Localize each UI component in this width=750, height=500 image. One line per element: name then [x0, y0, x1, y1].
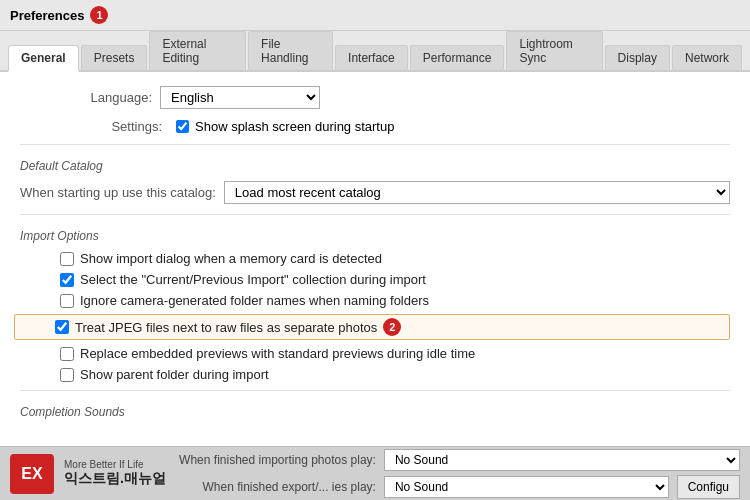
catalog-label: When starting up use this catalog: [20, 185, 224, 200]
bottom-bar: EX More Better If Life 익스트림.매뉴얼 When fin… [0, 446, 750, 500]
title-bar: Preferences 1 [0, 0, 750, 31]
title-badge: 1 [90, 6, 108, 24]
import-option-1: Show import dialog when a memory card is… [20, 251, 730, 266]
divider-3 [20, 390, 730, 391]
completion-select-1[interactable]: No Sound [384, 449, 740, 471]
logo-text: More Better If Life 익스트림.매뉴얼 [64, 459, 166, 488]
tab-performance[interactable]: Performance [410, 45, 505, 70]
config-button[interactable]: Configu [677, 475, 740, 499]
settings-label: Settings: [40, 119, 170, 134]
import-label-6: Show parent folder during import [80, 367, 269, 382]
import-checkbox-4[interactable] [55, 320, 69, 334]
import-option-3: Ignore camera-generated folder names whe… [20, 293, 730, 308]
language-row: Language: English Korean Japanese French… [20, 86, 730, 109]
import-label-1: Show import dialog when a memory card is… [80, 251, 382, 266]
import-checkbox-6[interactable] [60, 368, 74, 382]
logo-sub: More Better If Life [64, 459, 166, 470]
completion-field-1: When finished importing photos play: No … [176, 449, 740, 471]
divider-2 [20, 214, 730, 215]
tab-display[interactable]: Display [605, 45, 670, 70]
catalog-row: When starting up use this catalog: Load … [20, 181, 730, 204]
import-option-4: Treat JPEG files next to raw files as se… [14, 314, 730, 340]
import-checkbox-2[interactable] [60, 273, 74, 287]
tab-external-editing[interactable]: External Editing [149, 31, 246, 70]
import-checkbox-1[interactable] [60, 252, 74, 266]
import-label-4: Treat JPEG files next to raw files as se… [75, 320, 377, 335]
import-label-5: Replace embedded previews with standard … [80, 346, 475, 361]
import-option-5: Replace embedded previews with standard … [20, 346, 730, 361]
completion-sounds-title: Completion Sounds [20, 405, 730, 419]
language-select[interactable]: English Korean Japanese French German [160, 86, 320, 109]
tab-network[interactable]: Network [672, 45, 742, 70]
default-catalog-title: Default Catalog [20, 159, 730, 173]
completion-label-2: When finished export/... ies play: [176, 480, 376, 494]
splash-screen-label: Show splash screen during startup [195, 119, 394, 134]
import-option-6: Show parent folder during import [20, 367, 730, 382]
tab-general[interactable]: General [8, 45, 79, 72]
import-option-2: Select the "Current/Previous Import" col… [20, 272, 730, 287]
import-checkbox-5[interactable] [60, 347, 74, 361]
tab-interface[interactable]: Interface [335, 45, 408, 70]
title-text: Preferences [10, 8, 84, 23]
import-label-2: Select the "Current/Previous Import" col… [80, 272, 426, 287]
settings-row: Settings: Show splash screen during star… [20, 119, 730, 134]
completion-label-1: When finished importing photos play: [176, 453, 376, 467]
completion-select-2[interactable]: No Sound [384, 476, 669, 498]
language-label: Language: [20, 90, 160, 105]
import-options-title: Import Options [20, 229, 730, 243]
completion-fields: When finished importing photos play: No … [176, 449, 740, 499]
logo-icon: EX [10, 454, 54, 494]
tab-presets[interactable]: Presets [81, 45, 148, 70]
catalog-select[interactable]: Load most recent catalog Prompt me when … [224, 181, 730, 204]
splash-screen-checkbox[interactable] [176, 120, 189, 133]
import-label-3: Ignore camera-generated folder names whe… [80, 293, 429, 308]
tab-lightroom-sync[interactable]: Lightroom Sync [506, 31, 602, 70]
divider-1 [20, 144, 730, 145]
tab-file-handling[interactable]: File Handling [248, 31, 333, 70]
tabs-bar: General Presets External Editing File Ha… [0, 31, 750, 72]
content-area: Language: English Korean Japanese French… [0, 72, 750, 500]
import-badge-2: 2 [383, 318, 401, 336]
import-checkbox-3[interactable] [60, 294, 74, 308]
completion-field-2: When finished export/... ies play: No So… [176, 475, 740, 499]
logo-main: 익스트림.매뉴얼 [64, 470, 166, 488]
